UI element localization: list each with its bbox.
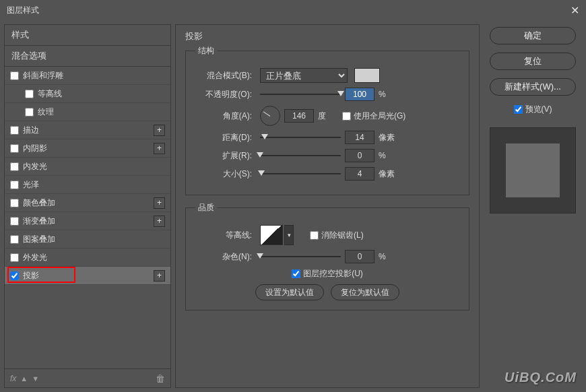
add-effect-icon[interactable]: +: [154, 216, 165, 227]
structure-legend: 结构: [195, 45, 217, 57]
style-checkbox[interactable]: [10, 126, 19, 135]
style-item[interactable]: 斜面和浮雕: [5, 67, 170, 85]
style-label: 颜色叠加: [23, 197, 55, 209]
structure-group: 结构 混合模式(B): 正片叠底 不透明度(O): % 角度(A):: [185, 45, 469, 195]
distance-slider[interactable]: [260, 133, 341, 142]
effect-title: 投影: [185, 30, 469, 42]
global-light-checkbox[interactable]: 使用全局光(G): [342, 110, 405, 122]
style-label: 纹理: [38, 106, 54, 118]
angle-dial[interactable]: [260, 106, 280, 126]
style-checkbox[interactable]: [10, 253, 19, 262]
opacity-unit: %: [379, 90, 399, 99]
preview-box: [490, 127, 576, 214]
styles-header[interactable]: 样式: [5, 25, 170, 46]
style-checkbox[interactable]: [10, 217, 19, 226]
titlebar: 图层样式 ✕: [0, 0, 586, 20]
contour-swatch[interactable]: [260, 225, 283, 245]
spread-input[interactable]: [345, 149, 375, 162]
style-item[interactable]: 投影+: [5, 267, 170, 285]
make-default-button[interactable]: 设置为默认值: [255, 284, 324, 300]
trash-icon[interactable]: 🗑: [156, 373, 165, 384]
opacity-slider[interactable]: [260, 90, 341, 99]
spread-slider[interactable]: [260, 151, 341, 160]
styles-footer: fx ▲ ▼ 🗑: [5, 368, 170, 387]
opacity-input[interactable]: [345, 88, 375, 101]
style-label: 内发光: [23, 161, 47, 172]
add-effect-icon[interactable]: +: [154, 143, 165, 154]
main: 样式 混合选项 斜面和浮雕等高线纹理描边+内阴影+内发光光泽颜色叠加+渐变叠加+…: [0, 20, 586, 392]
options-panel: 投影 结构 混合模式(B): 正片叠底 不透明度(O): % 角度(A):: [175, 24, 480, 388]
style-label: 外发光: [23, 252, 47, 263]
new-style-button[interactable]: 新建样式(W)...: [490, 78, 576, 96]
style-item[interactable]: 描边+: [5, 121, 170, 139]
style-item[interactable]: 外发光: [5, 249, 170, 267]
add-effect-icon[interactable]: +: [154, 197, 165, 209]
cancel-button[interactable]: 复位: [490, 53, 576, 70]
style-checkbox[interactable]: [10, 199, 19, 207]
style-label: 描边: [23, 125, 39, 136]
antialias-checkbox[interactable]: 消除锯齿(L): [310, 230, 364, 241]
style-item[interactable]: 纹理: [5, 103, 170, 121]
arrow-down-icon[interactable]: ▼: [32, 374, 39, 383]
reset-default-button[interactable]: 复位为默认值: [331, 284, 399, 300]
preview-checkbox[interactable]: 预览(V): [514, 104, 552, 115]
style-label: 光泽: [23, 179, 39, 191]
noise-slider[interactable]: [260, 252, 341, 261]
angle-input[interactable]: [284, 109, 314, 123]
style-label: 内阴影: [23, 143, 47, 154]
styles-panel: 样式 混合选项 斜面和浮雕等高线纹理描边+内阴影+内发光光泽颜色叠加+渐变叠加+…: [4, 24, 171, 388]
style-list: 斜面和浮雕等高线纹理描边+内阴影+内发光光泽颜色叠加+渐变叠加+图案叠加外发光投…: [5, 67, 170, 368]
style-label: 斜面和浮雕: [23, 70, 63, 81]
style-item[interactable]: 颜色叠加+: [5, 194, 170, 212]
style-item[interactable]: 图案叠加: [5, 230, 170, 249]
blend-mode-label: 混合模式(B):: [195, 70, 256, 81]
style-label: 渐变叠加: [23, 216, 55, 227]
quality-group: 品质 等高线: ▾ 消除锯齿(L) 杂色(N): %: [185, 202, 469, 311]
add-effect-icon[interactable]: +: [154, 270, 165, 282]
ok-button[interactable]: 确定: [490, 27, 576, 44]
spread-unit: %: [379, 151, 399, 160]
shadow-color-swatch[interactable]: [354, 68, 380, 83]
knockout-label: 图层挖空投影(U): [303, 268, 363, 280]
style-checkbox[interactable]: [25, 108, 34, 117]
close-icon[interactable]: ✕: [571, 4, 579, 17]
add-effect-icon[interactable]: +: [154, 125, 165, 136]
style-item[interactable]: 内阴影+: [5, 139, 170, 158]
actions-panel: 确定 复位 新建样式(W)... 预览(V): [484, 24, 582, 388]
quality-legend: 品质: [195, 202, 217, 214]
fx-icon[interactable]: fx: [10, 374, 16, 383]
style-checkbox[interactable]: [10, 144, 19, 153]
preview-label: 预览(V): [525, 104, 552, 115]
style-checkbox[interactable]: [10, 181, 19, 189]
style-label: 图案叠加: [23, 234, 55, 245]
spread-label: 扩展(R):: [195, 150, 256, 162]
knockout-checkbox[interactable]: 图层挖空投影(U): [292, 268, 363, 280]
window-title: 图层样式: [7, 5, 39, 16]
blending-options-header[interactable]: 混合选项: [5, 46, 170, 67]
style-item[interactable]: 内发光: [5, 158, 170, 176]
blend-mode-select[interactable]: 正片叠底: [260, 68, 348, 83]
size-unit: 像素: [379, 168, 399, 180]
style-label: 等高线: [38, 88, 62, 100]
style-checkbox[interactable]: [10, 235, 19, 244]
size-slider[interactable]: [260, 169, 341, 178]
chevron-down-icon[interactable]: ▾: [284, 225, 294, 245]
distance-label: 距离(D):: [195, 132, 256, 143]
contour-label: 等高线:: [195, 230, 256, 241]
style-checkbox[interactable]: [10, 271, 19, 280]
antialias-label: 消除锯齿(L): [321, 230, 364, 241]
noise-unit: %: [379, 252, 399, 261]
noise-input[interactable]: [345, 250, 375, 263]
angle-unit: 度: [318, 110, 338, 122]
style-item[interactable]: 等高线: [5, 85, 170, 103]
style-label: 投影: [23, 270, 39, 282]
style-checkbox[interactable]: [10, 162, 19, 171]
arrow-up-icon[interactable]: ▲: [20, 374, 28, 383]
style-item[interactable]: 渐变叠加+: [5, 212, 170, 230]
distance-input[interactable]: [345, 131, 375, 144]
style-checkbox[interactable]: [25, 90, 34, 98]
size-input[interactable]: [345, 167, 375, 181]
opacity-label: 不透明度(O):: [195, 89, 256, 100]
style-item[interactable]: 光泽: [5, 176, 170, 194]
style-checkbox[interactable]: [10, 71, 19, 80]
